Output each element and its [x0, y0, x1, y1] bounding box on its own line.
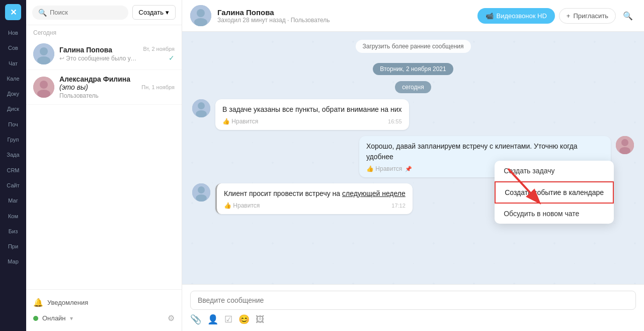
- close-nav-button[interactable]: ✕: [5, 4, 21, 20]
- chat-preview-galina: ↩Это сообщение было удалено.: [59, 55, 138, 62]
- chat-preview-aleksandra: Пользователь: [59, 92, 136, 99]
- search-input[interactable]: [50, 9, 122, 16]
- left-navigation: ✕ Нов Сов Чат Кале Доку Диск Поч Груп За…: [0, 0, 26, 331]
- svg-point-11: [196, 110, 207, 117]
- chat-main: Галина Попова Заходил 28 минут назад · П…: [182, 0, 644, 331]
- search-box[interactable]: 🔍: [32, 6, 128, 20]
- create-button[interactable]: Создать ▾: [132, 5, 176, 20]
- chat-item-galina[interactable]: Галина Попова ↩Это сообщение было удален…: [26, 38, 182, 70]
- settings-icon[interactable]: ⚙: [168, 313, 175, 323]
- emoji-icon[interactable]: 😊: [238, 314, 250, 325]
- header-status: Заходил 28 минут назад · Пользователь: [217, 17, 471, 24]
- svg-point-2: [37, 56, 50, 64]
- svg-point-13: [621, 139, 628, 146]
- header-actions: 📹 Видеозвонок HD + Пригласить 🔍: [477, 8, 636, 24]
- nav-item-crm[interactable]: CRM: [0, 163, 26, 178]
- chat-messages[interactable]: Загрузить более ранние сообщения Вторник…: [182, 32, 644, 284]
- svg-point-17: [196, 194, 207, 202]
- like-button-2[interactable]: 👍 Нравится: [366, 165, 402, 172]
- message-row-1: В задаче указаны все пункты, обрати вним…: [192, 99, 634, 130]
- nav-item-grup[interactable]: Груп: [0, 132, 26, 147]
- like-button-3[interactable]: 👍 Нравится: [224, 202, 260, 209]
- svg-point-7: [197, 9, 205, 17]
- svg-point-4: [40, 81, 48, 89]
- message-bubble-1[interactable]: В задаче указаны все пункты, обрати вним…: [215, 99, 409, 130]
- nav-item-pri[interactable]: При: [0, 239, 26, 254]
- nav-item-mar[interactable]: Мар: [0, 254, 26, 269]
- context-item-create-event[interactable]: Создать событие в календаре: [495, 181, 614, 204]
- message-footer-3: 👍 Нравится 17:12: [224, 202, 406, 209]
- nav-item-zada[interactable]: Зада: [0, 147, 26, 162]
- message-input[interactable]: [198, 296, 628, 304]
- plus-icon: +: [567, 12, 571, 20]
- message-bubble-3[interactable]: Клиент просит провести встречу на следую…: [215, 183, 413, 214]
- chat-meta-galina: Вт, 2 ноября ✓: [143, 46, 175, 62]
- today-divider: сегодня: [395, 81, 431, 93]
- context-menu: Создать задачу Создать событие в календа…: [495, 161, 614, 224]
- check-mark-galina: ✓: [169, 54, 175, 62]
- date-divider: Вторник, 2 ноября 2021: [373, 63, 453, 75]
- header-info: Галина Попова Заходил 28 минут назад · П…: [217, 8, 471, 24]
- svg-point-16: [198, 186, 205, 193]
- online-status-row: Онлайн ▾ ⚙: [33, 310, 175, 326]
- sidebar-header: 🔍 Создать ▾: [26, 0, 182, 25]
- header-search-button[interactable]: 🔍: [620, 8, 636, 24]
- user-icon[interactable]: 👤: [207, 314, 218, 325]
- chat-date-aleksandra: Пн, 1 ноября: [141, 84, 175, 90]
- nav-item-poch[interactable]: Поч: [0, 117, 26, 132]
- chat-info-aleksandra: Александра Филина (это вы) Пользователь: [59, 75, 136, 99]
- context-item-create-task[interactable]: Создать задачу: [495, 161, 614, 181]
- chat-date-galina: Вт, 2 ноября: [143, 46, 175, 52]
- context-item-discuss[interactable]: Обсудить в новом чате: [495, 204, 614, 224]
- chat-name-aleksandra: Александра Филина (это вы): [59, 75, 136, 91]
- header-avatar: [190, 5, 211, 26]
- message-text-1: В задаче указаны все пункты, обрати вним…: [222, 104, 402, 115]
- nav-item-new[interactable]: Нов: [0, 25, 26, 40]
- avatar-aleksandra: [33, 77, 54, 98]
- nav-item-disk[interactable]: Диск: [0, 101, 26, 116]
- search-icon: 🔍: [38, 9, 47, 17]
- notifications-row[interactable]: 🔔 Уведомления: [33, 295, 175, 310]
- nav-item-kale[interactable]: Кале: [0, 71, 26, 86]
- online-dot: [33, 316, 38, 321]
- video-icon: 📹: [486, 12, 494, 20]
- invite-button[interactable]: + Пригласить: [559, 8, 616, 24]
- chevron-down-icon: ▾: [166, 9, 169, 16]
- nav-item-chat[interactable]: Чат: [0, 56, 26, 71]
- message-text-3: Клиент просит провести встречу на следую…: [224, 188, 406, 199]
- chat-header: Галина Попова Заходил 28 минут назад · П…: [182, 0, 644, 32]
- nav-item-biz[interactable]: Биз: [0, 224, 26, 239]
- sidebar-footer: 🔔 Уведомления Онлайн ▾ ⚙: [26, 289, 182, 331]
- online-dropdown-arrow[interactable]: ▾: [70, 315, 73, 322]
- nav-item-mag[interactable]: Маг: [0, 193, 26, 208]
- bell-icon: 🔔: [33, 298, 43, 307]
- input-actions: 📎 👤 ☑ 😊 🖼: [190, 314, 636, 325]
- chat-meta-aleksandra: Пн, 1 ноября: [141, 84, 175, 90]
- message-input-row: [190, 291, 636, 310]
- nav-item-sov[interactable]: Сов: [0, 40, 26, 55]
- chat-input-area: 📎 👤 ☑ 😊 🖼: [182, 284, 644, 331]
- chat-item-aleksandra[interactable]: Александра Филина (это вы) Пользователь …: [26, 70, 182, 105]
- like-button-1[interactable]: 👍 Нравится: [222, 118, 258, 125]
- avatar-galina: [33, 43, 54, 64]
- svg-point-10: [198, 102, 205, 109]
- svg-point-1: [40, 47, 48, 55]
- chat-info-galina: Галина Попова ↩Это сообщение было удален…: [59, 46, 138, 62]
- video-call-button[interactable]: 📹 Видеозвонок HD: [477, 8, 555, 24]
- nav-item-doku[interactable]: Доку: [0, 86, 26, 101]
- chat-name-galina: Галина Попова: [59, 46, 138, 54]
- checklist-icon[interactable]: ☑: [224, 314, 232, 325]
- msg-avatar-galina: [192, 99, 210, 117]
- message-text-2: Хорошо, давай запланируем встречу с клие…: [366, 141, 604, 162]
- attach-icon[interactable]: 📎: [190, 314, 201, 325]
- chat-sidebar: 🔍 Создать ▾ Сегодня Галина Попова ↩Это с…: [26, 0, 182, 331]
- svg-point-14: [619, 147, 630, 154]
- nav-item-sayt[interactable]: Сайт: [0, 178, 26, 193]
- load-more-button[interactable]: Загрузить более ранние сообщения: [356, 40, 471, 53]
- nav-item-kom[interactable]: Ком: [0, 209, 26, 224]
- header-name: Галина Попова: [217, 8, 471, 17]
- section-today-label: Сегодня: [26, 25, 182, 38]
- msg-avatar-aleksandra: [616, 136, 634, 154]
- msg-avatar-galina-3: [192, 183, 210, 202]
- image-icon[interactable]: 🖼: [256, 314, 265, 325]
